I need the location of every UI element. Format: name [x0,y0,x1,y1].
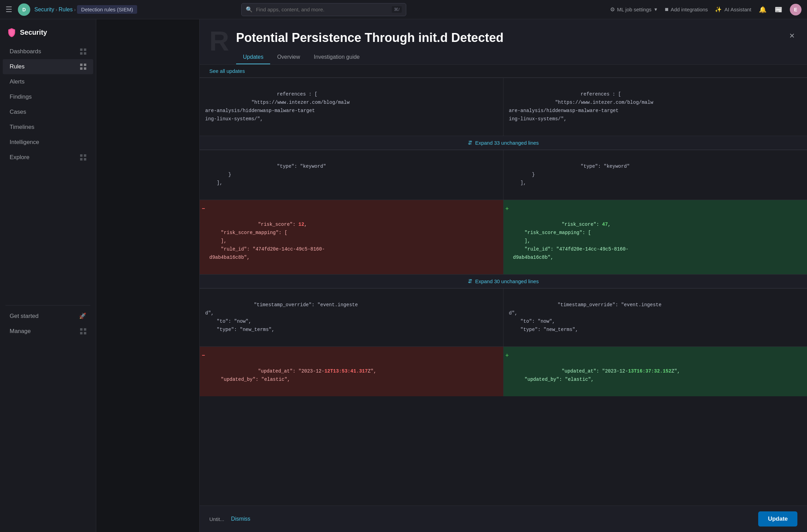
sidebar-item-manage[interactable]: Manage [3,324,93,339]
breadcrumb-rules[interactable]: Rules [58,7,73,13]
svg-rect-9 [84,154,86,157]
panel-tabs: Updates Overview Investigation guide [236,51,781,64]
diff-left-removed: − "risk_score": 12, "risk_score_mapping"… [200,200,504,274]
ml-job-settings-button[interactable]: ⚙ ML job settings ▼ [610,6,658,13]
notifications-icon[interactable]: 🔔 [758,5,767,14]
sidebar-header: Security [0,25,96,44]
diff-container: See all updates references : [ "https://… [200,65,807,506]
svg-rect-15 [84,332,86,334]
untitled-label: Untit... [209,516,224,522]
panel-footer: Untit... Dismiss Update [200,506,807,532]
expand-30-row[interactable]: ⇵ Expand 30 unchanged lines [200,274,807,288]
diff-block-risk: − "risk_score": 12, "risk_score_mapping"… [200,200,807,274]
svg-rect-5 [84,64,86,66]
shield-icon [7,27,16,37]
sidebar-item-intelligence[interactable]: Intelligence [3,135,93,150]
diff-right-1: references : [ "https://www.intezer.com/… [504,78,807,136]
sidebar-item-timelines[interactable]: Timelines [3,120,93,135]
diff-right-updated-at: + "updated_at": "2023-12-13T16:37:32.152… [504,347,807,396]
svg-rect-11 [84,158,86,160]
svg-rect-14 [80,332,82,334]
sidebar-item-dashboards[interactable]: Dashboards [3,44,93,59]
sidebar-title: Security [20,29,47,36]
diff-block-2: "type": "keyword" } ], "type": "keyword"… [200,150,807,200]
update-button[interactable]: Update [758,511,797,527]
svg-rect-6 [80,67,82,70]
diff-right-added: + "risk_score": 47, "risk_score_mapping"… [504,200,807,274]
added-marker: + [506,205,509,214]
svg-rect-13 [84,328,86,331]
top-nav: ☰ D Security › Rules › Detection rules (… [0,0,807,19]
svg-rect-12 [80,328,82,331]
tab-overview[interactable]: Overview [270,51,307,64]
grid-icon-explore [80,154,86,160]
ai-icon: ✨ [715,6,722,13]
breadcrumb-detection-rules: Detection rules (SIEM) [77,5,137,14]
rule-detail-panel: R Potential Persistence Through init.d D… [199,19,807,532]
diff-right-2: "type": "keyword" } ], [504,150,807,200]
global-search[interactable]: 🔍 ⌘/ [241,3,406,16]
breadcrumb-sep-1: › [56,7,57,12]
menu-icon[interactable]: ☰ [5,5,12,14]
diff-block-timestamp: "timestamp_override": "event.ingeste d",… [200,288,807,346]
user-avatar[interactable]: E [790,4,802,15]
chevron-down-icon: ▼ [653,7,658,12]
see-all-updates-label[interactable]: See all updates [209,68,245,74]
svg-rect-3 [84,52,86,55]
sidebar-item-explore[interactable]: Explore [3,150,93,165]
diff-left-timestamp: "timestamp_override": "event.ingeste d",… [200,289,504,346]
diff-block-updated-at: − "updated_at": "2023-12-12T13:53:41.317… [200,346,807,396]
diff-left-updated-at: − "updated_at": "2023-12-12T13:53:41.317… [200,347,504,396]
sidebar-divider [5,305,90,306]
diff-left-2: "type": "keyword" } ], [200,150,504,200]
grid-icon-manage [80,328,86,334]
search-icon: 🔍 [246,6,253,13]
diff-block-1: references : [ "https://www.intezer.com/… [200,78,807,136]
expand-33-row[interactable]: ⇵ Expand 33 unchanged lines [200,136,807,150]
content-area: R Potential Persistence Through init.d D… [96,19,807,532]
sidebar-item-findings[interactable]: Findings [3,89,93,104]
sidebar-item-rules[interactable]: Rules [3,59,93,74]
sidebar-item-alerts[interactable]: Alerts [3,74,93,89]
panel-title: Potential Persistence Through init.d Det… [236,30,781,45]
removed-marker-2: − [202,352,205,361]
svg-rect-1 [84,48,86,51]
workspace-avatar[interactable]: D [18,3,30,16]
svg-rect-4 [80,64,82,66]
svg-rect-0 [80,48,82,51]
main-layout: Security Dashboards Rules Alerts [0,19,807,532]
panel-header: R Potential Persistence Through init.d D… [200,19,807,65]
grid-icon-rules [80,64,86,70]
svg-rect-2 [80,52,82,55]
rule-letter-decoration: R [209,27,229,55]
ai-assistant-button[interactable]: ✨ AI Assistant [715,6,751,13]
diff-right-timestamp: "timestamp_override": "event.ingeste d",… [504,289,807,346]
breadcrumb-security[interactable]: Security [34,7,54,13]
svg-rect-8 [80,154,82,157]
rocket-icon: 🚀 [79,312,86,320]
svg-rect-10 [80,158,82,160]
search-input[interactable] [256,7,388,12]
nav-right: ⚙ ML job settings ▼ ■ Add integrations ✨… [610,4,802,15]
add-icon: ■ [665,6,668,13]
search-shortcut: ⌘/ [392,6,402,13]
added-marker-2: + [506,352,509,361]
panel-title-area: Potential Persistence Through init.d Det… [236,27,781,64]
ml-icon: ⚙ [610,6,615,13]
news-icon[interactable]: 📰 [774,5,783,14]
sidebar-item-get-started[interactable]: Get started 🚀 [3,308,93,324]
grid-icon [80,48,86,55]
close-panel-button[interactable]: ✕ [786,30,797,41]
tab-investigation-guide[interactable]: Investigation guide [307,51,366,64]
sidebar-item-cases[interactable]: Cases [3,104,93,120]
add-integrations-button[interactable]: ■ Add integrations [665,6,708,13]
sidebar: Security Dashboards Rules Alerts [0,19,96,532]
breadcrumb: Security › Rules › Detection rules (SIEM… [34,5,137,14]
tab-updates[interactable]: Updates [236,51,270,64]
dismiss-button[interactable]: Dismiss [231,516,250,522]
expand-icon: ⇵ [468,140,472,146]
removed-marker: − [202,205,205,214]
expand-icon-2: ⇵ [468,278,472,285]
diff-left-1: references : [ "https://www.intezer.com/… [200,78,504,136]
breadcrumb-sep-2: › [74,7,76,12]
